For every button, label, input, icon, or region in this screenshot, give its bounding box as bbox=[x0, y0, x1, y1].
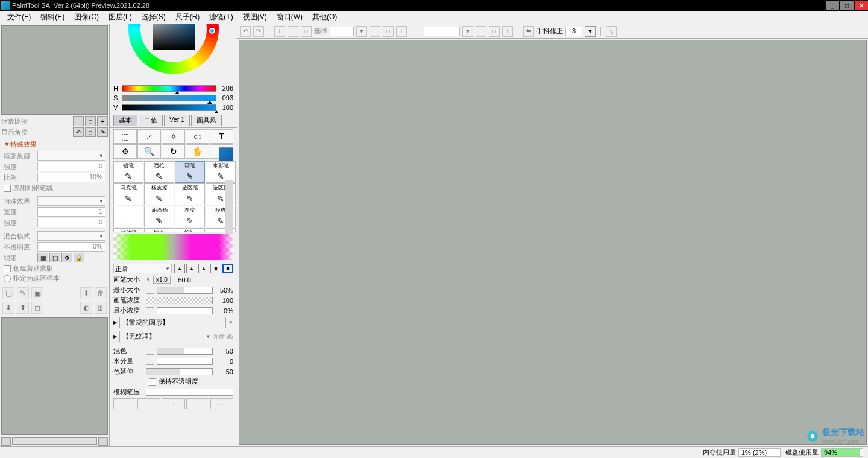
rotate-tool[interactable]: ↻ bbox=[162, 144, 185, 159]
rotation-input[interactable] bbox=[424, 27, 460, 36]
merge-visible-button[interactable]: ⬆ bbox=[17, 302, 29, 314]
saturation-slider[interactable] bbox=[122, 95, 216, 101]
rot-menu-arrow[interactable]: ▼ bbox=[462, 26, 473, 37]
apply-pen-checkbox[interactable] bbox=[4, 185, 11, 192]
redo-button[interactable]: ↷ bbox=[253, 26, 264, 37]
menu-layer[interactable]: 图层(L) bbox=[104, 11, 137, 24]
stabilizer-input[interactable]: 3 bbox=[565, 27, 582, 36]
close-button[interactable]: ✕ bbox=[855, 1, 868, 10]
persist-slider[interactable] bbox=[146, 368, 213, 375]
min-size-slider[interactable] bbox=[157, 287, 213, 294]
paper-texture-select[interactable]: ▼ bbox=[37, 151, 105, 161]
zoom-in-canvas[interactable]: + bbox=[274, 26, 285, 37]
magic-wand-tool[interactable]: ✧ bbox=[162, 129, 185, 144]
clipping-mask-checkbox[interactable] bbox=[4, 265, 11, 272]
menu-image[interactable]: 图像(C) bbox=[69, 11, 104, 24]
menu-view[interactable]: 视图(V) bbox=[238, 11, 272, 24]
min-density-slider[interactable] bbox=[157, 307, 213, 314]
brush-size-value[interactable]: 50.0 bbox=[173, 276, 191, 284]
preset-4[interactable]: · bbox=[186, 398, 209, 409]
menu-select[interactable]: 选择(S) bbox=[137, 11, 171, 24]
brush-shape-expand[interactable]: ▶ bbox=[113, 320, 117, 325]
nav-next[interactable]: + bbox=[396, 26, 407, 37]
brush-empty-8[interactable] bbox=[113, 206, 143, 227]
menu-edit[interactable]: 编辑(E) bbox=[36, 11, 69, 24]
layer-scroll-track[interactable] bbox=[12, 437, 97, 445]
zoom-menu-arrow[interactable]: ▼ bbox=[356, 26, 367, 37]
keep-opacity-checkbox[interactable] bbox=[149, 378, 156, 386]
shape-tri2-icon[interactable]: ▲ bbox=[186, 264, 197, 273]
brush-特效笔[interactable]: 特效笔✎ bbox=[113, 228, 143, 232]
zoom-tool[interactable]: 🔍 bbox=[137, 144, 161, 159]
zoom-fit-canvas[interactable]: □ bbox=[301, 26, 312, 37]
color-wheel-handle[interactable] bbox=[209, 28, 215, 34]
lock-alpha-button[interactable]: ◫ bbox=[49, 253, 60, 262]
menu-window[interactable]: 窗口(W) bbox=[272, 11, 307, 24]
layer-scroll-left[interactable] bbox=[1, 437, 11, 446]
zoom-select[interactable] bbox=[330, 27, 354, 36]
palette-tab-mask[interactable]: 面具风 bbox=[191, 115, 222, 126]
brush-马克笔[interactable]: 马克笔✎ bbox=[113, 183, 143, 205]
lasso-tool[interactable]: ⟋ bbox=[137, 129, 161, 144]
mask-button[interactable]: ◐ bbox=[80, 302, 92, 314]
zoom-in-button[interactable]: + bbox=[97, 116, 108, 126]
zoom-reset-button[interactable]: □ bbox=[85, 116, 96, 126]
new-group-button[interactable]: ▣ bbox=[31, 287, 43, 299]
undo-button[interactable]: ↶ bbox=[240, 26, 251, 37]
opacity-input[interactable]: 0% bbox=[37, 242, 105, 252]
blend-check[interactable] bbox=[146, 348, 154, 355]
preset-5[interactable]: · · bbox=[210, 398, 233, 409]
rotate-reset-button[interactable]: □ bbox=[85, 127, 96, 137]
line-tool-icon[interactable]: ＼ bbox=[606, 26, 617, 37]
trash-button[interactable]: 🗑 bbox=[95, 302, 107, 314]
rot-reset[interactable]: □ bbox=[489, 26, 500, 37]
brush-shape-select[interactable]: 【常规的圆形】 bbox=[119, 317, 226, 328]
delete-layer-button[interactable]: 🗑 bbox=[95, 287, 107, 299]
paper-ratio-input[interactable]: 10% bbox=[37, 173, 105, 182]
min-size-check[interactable] bbox=[146, 287, 154, 294]
preset-3[interactable]: · bbox=[162, 398, 184, 409]
blend-slider[interactable] bbox=[157, 348, 213, 355]
brush-texture-select[interactable]: 【无纹理】 bbox=[119, 331, 203, 342]
palette-tab-binary[interactable]: 二值 bbox=[139, 115, 163, 126]
minimize-button[interactable]: _ bbox=[826, 1, 839, 10]
new-linework-button[interactable]: ✎ bbox=[17, 287, 29, 299]
rect-select-tool[interactable]: ⬚ bbox=[113, 129, 137, 144]
layer-scroll-right[interactable] bbox=[98, 437, 108, 446]
brush-橡皮擦[interactable]: 橡皮擦✎ bbox=[144, 183, 174, 205]
brush-涂抹[interactable]: 涂抹✎ bbox=[175, 228, 205, 232]
palette-tab-basic[interactable]: 基本 bbox=[113, 115, 137, 126]
palette-tab-ver1[interactable]: Ver.1 bbox=[164, 115, 190, 126]
rotate-cw-button[interactable]: ↷ bbox=[97, 127, 108, 137]
new-layer-button[interactable]: ▢ bbox=[2, 287, 14, 299]
layers-list[interactable] bbox=[1, 317, 108, 435]
hand-tool[interactable]: ✋ bbox=[186, 144, 209, 159]
effect-width-input[interactable]: 1 bbox=[37, 207, 105, 217]
rot-ccw[interactable]: − bbox=[476, 26, 486, 37]
navigator-thumbnail[interactable] bbox=[1, 25, 108, 115]
zoom-out-canvas[interactable]: − bbox=[288, 26, 298, 37]
transfer-button[interactable]: ⬇ bbox=[80, 287, 92, 299]
color-wheel[interactable] bbox=[110, 24, 237, 82]
water-slider[interactable] bbox=[157, 358, 213, 365]
shape-tri3-icon[interactable]: ▲ bbox=[198, 264, 209, 273]
maximize-button[interactable]: □ bbox=[840, 1, 854, 10]
brush-mode-select[interactable]: 正常▼ bbox=[113, 264, 172, 273]
canvas-viewport[interactable] bbox=[239, 40, 867, 445]
water-check[interactable] bbox=[146, 358, 154, 365]
menu-ruler[interactable]: 尺子(R) bbox=[171, 11, 205, 24]
lock-move-button[interactable]: ✥ bbox=[61, 253, 72, 262]
blur-pressure-slider[interactable] bbox=[146, 389, 233, 396]
rot-cw[interactable]: + bbox=[502, 26, 513, 37]
brush-size-dropdown[interactable]: ▼ bbox=[146, 277, 151, 282]
shape-rect-icon[interactable]: ■ bbox=[210, 264, 221, 273]
lock-pixel-button[interactable]: ▦ bbox=[37, 253, 48, 262]
brush-texture-expand[interactable]: ▶ bbox=[113, 334, 117, 339]
value-slider[interactable] bbox=[122, 104, 216, 111]
hue-slider[interactable] bbox=[122, 85, 216, 92]
merge-down-button[interactable]: ⬇ bbox=[2, 302, 14, 314]
nav-prev[interactable]: − bbox=[370, 26, 380, 37]
min-density-check[interactable] bbox=[146, 307, 154, 314]
shape-rect2-icon[interactable]: ■ bbox=[222, 264, 233, 273]
rotate-ccw-button[interactable]: ↶ bbox=[73, 127, 84, 137]
